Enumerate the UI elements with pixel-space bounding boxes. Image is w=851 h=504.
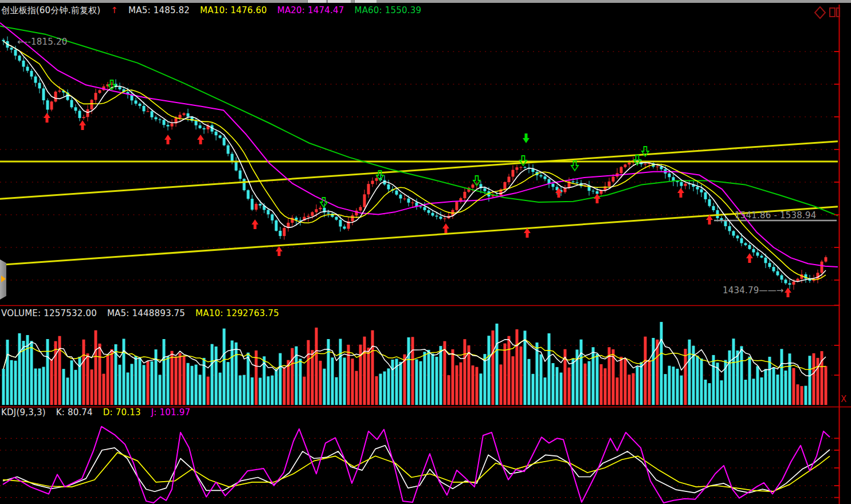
split-window-icon-2[interactable] bbox=[837, 8, 840, 17]
volume-pane-header: VOLUME: 1257532.00 MA5: 1448893.75 MA10:… bbox=[1, 308, 287, 318]
expand-arrow-icon bbox=[1, 275, 6, 282]
ma60-value: MA60: 1550.39 bbox=[354, 5, 421, 15]
sell-signal-arrow bbox=[520, 156, 527, 166]
volume-ma5-value: MA5: 1448893.75 bbox=[107, 308, 185, 318]
diamond-marker-icon[interactable] bbox=[815, 7, 825, 18]
sell-signal-arrow bbox=[571, 161, 578, 171]
buy-signal-arrow bbox=[677, 188, 684, 198]
volume-value: VOLUME: 1257532.00 bbox=[1, 308, 97, 318]
low-price-annotation: 1434.79——→ bbox=[723, 285, 784, 296]
kdj-k-value: K: 80.74 bbox=[56, 407, 93, 418]
kdj-j-value: J: 101.97 bbox=[151, 407, 191, 418]
buy-signal-arrow bbox=[252, 219, 258, 229]
trading-app-window: 创业板指(60分钟.前复权) ↑ MA5: 1485.82 MA10: 1476… bbox=[0, 0, 851, 504]
buy-signal-arrow bbox=[746, 253, 753, 263]
up-arrow-icon: ↑ bbox=[111, 5, 118, 15]
sidebar-collapse-handle[interactable] bbox=[0, 259, 6, 300]
buy-signal-arrow bbox=[594, 194, 601, 203]
ma20-value: MA20: 1474.47 bbox=[277, 5, 344, 15]
kdj-d-value: D: 70.13 bbox=[103, 407, 141, 418]
buy-signal-arrow bbox=[442, 223, 449, 233]
volume-ma10-value: MA10: 1292763.75 bbox=[195, 308, 279, 318]
buy-signal-arrow bbox=[785, 288, 791, 297]
kdj-title: KDJ(9,3,3) bbox=[1, 407, 46, 418]
main-chart-header: 创业板指(60分钟.前复权) ↑ MA5: 1485.82 MA10: 1476… bbox=[1, 5, 429, 16]
titlebar-button[interactable] bbox=[327, 0, 351, 3]
buy-signal-arrow bbox=[197, 135, 204, 144]
ma10-value: MA10: 1476.60 bbox=[200, 5, 267, 15]
buy-signal-arrow bbox=[79, 120, 86, 130]
candlestick-chart-canvas[interactable] bbox=[0, 0, 851, 504]
kdj-pane-header: KDJ(9,3,3) K: 80.74 D: 70.13 J: 101.97 bbox=[1, 407, 198, 418]
gap-price-annotation: 1541.86 - 1538.94 bbox=[735, 210, 816, 220]
buy-signal-arrow bbox=[276, 246, 283, 256]
window-top-strip bbox=[0, 0, 851, 3]
high-price-annotation: ←--1815.20 bbox=[17, 37, 67, 47]
instrument-title: 创业板指(60分钟.前复权) bbox=[1, 5, 100, 15]
titlebar-button[interactable] bbox=[354, 0, 377, 3]
titlebar-button[interactable] bbox=[307, 0, 326, 3]
buy-signal-arrow bbox=[44, 113, 50, 123]
ma5-value: MA5: 1485.82 bbox=[128, 5, 190, 15]
buy-signal-arrow bbox=[524, 228, 531, 238]
sell-signal-arrow-solid bbox=[523, 133, 530, 143]
split-window-icon[interactable] bbox=[830, 8, 835, 17]
indicator-close-button[interactable]: X bbox=[841, 394, 846, 404]
buy-signal-arrow bbox=[164, 135, 171, 144]
